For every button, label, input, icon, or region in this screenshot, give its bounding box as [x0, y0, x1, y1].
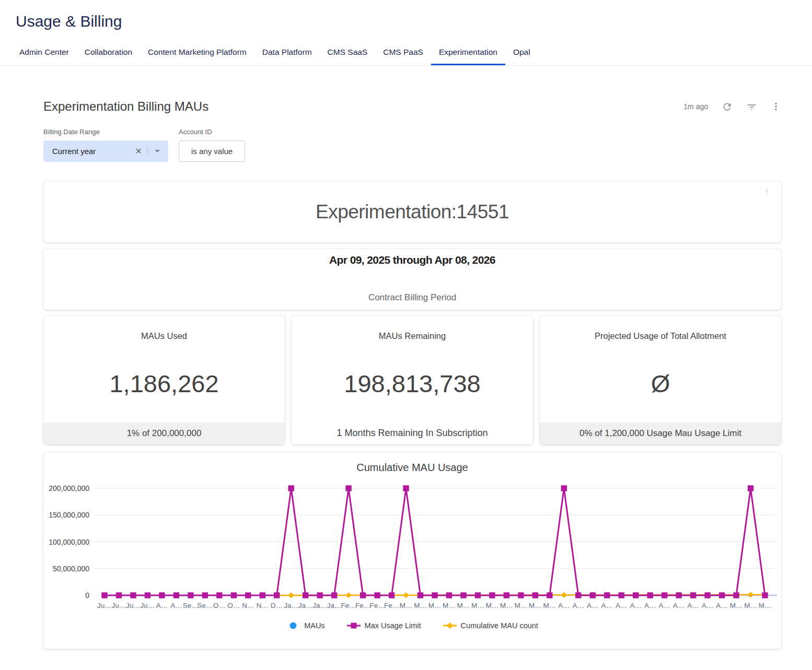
- legend-item-max-usage-limit[interactable]: Max Usage Limit: [347, 621, 421, 630]
- chip-divider: [147, 146, 148, 157]
- chevron-down-icon[interactable]: [155, 150, 160, 152]
- x-axis-tick: A…: [573, 602, 585, 609]
- x-axis-tick: M…: [529, 602, 542, 609]
- tile-menu-button[interactable]: [763, 187, 771, 196]
- kebab-icon: [763, 190, 771, 197]
- x-axis-tick: M…: [443, 602, 456, 609]
- x-axis-tick: M…: [457, 602, 470, 609]
- tab-cms-paas[interactable]: CMS PaaS: [375, 48, 431, 65]
- x-axis-tick: A…: [644, 602, 656, 609]
- tab-admin-center[interactable]: Admin Center: [11, 48, 77, 65]
- x-axis-tick: Fe…: [369, 602, 385, 609]
- tab-data-platform[interactable]: Data Platform: [254, 48, 320, 65]
- x-axis-tick: M…: [500, 602, 513, 609]
- stat-tiles-row: MAUs Used 1,186,262 1% of 200,000,000 MA…: [43, 316, 781, 444]
- filter-bar: Billing Date Range Current year ✕ Accoun…: [43, 128, 781, 162]
- x-axis-tick: A…: [630, 602, 642, 609]
- filter-icon: [746, 106, 757, 114]
- y-axis-tick: 200,000,000: [49, 484, 89, 492]
- x-axis-tick: A…: [156, 602, 168, 609]
- refresh-icon: [722, 106, 733, 114]
- cumulative-mau-chart: 050,000,000100,000,000150,000,000200,000…: [43, 453, 781, 615]
- account-id-value: is any value: [191, 147, 233, 156]
- account-tile-title: Experimentation:14551: [316, 201, 509, 223]
- tab-experimentation[interactable]: Experimentation: [431, 48, 505, 65]
- x-axis-tick: Se…: [183, 602, 199, 609]
- circle-marker-icon: [286, 621, 300, 630]
- tab-collaboration[interactable]: Collaboration: [77, 48, 140, 65]
- last-refresh-label: 1m ago: [683, 102, 708, 111]
- maus-used-title: MAUs Used: [43, 331, 285, 341]
- cumulative-mau-chart-tile: Cumulative MAU Usage 050,000,000100,000,…: [43, 453, 781, 649]
- billing-date-range-chip[interactable]: Current year ✕: [43, 140, 168, 162]
- x-axis-tick: M…: [759, 602, 772, 609]
- billing-period-tile: Apr 09, 2025 through Apr 08, 2026 Contra…: [43, 249, 781, 310]
- x-axis-tick: Ja…: [312, 602, 327, 609]
- account-id-value-field[interactable]: is any value: [179, 140, 245, 162]
- account-id-label: Account ID: [179, 128, 245, 136]
- x-axis-tick: M…: [428, 602, 442, 609]
- x-axis-tick: Fe…: [384, 602, 399, 609]
- tab-cms-saas[interactable]: CMS SaaS: [320, 48, 376, 65]
- x-axis-tick: Ja…: [298, 602, 313, 609]
- legend-label: MAUs: [304, 621, 324, 630]
- x-axis-tick: O…: [227, 602, 240, 609]
- tab-bar: Admin CenterCollaborationContent Marketi…: [0, 48, 812, 66]
- x-axis-tick: D…: [271, 602, 283, 609]
- x-axis-tick: A…: [716, 602, 728, 609]
- x-axis-tick: Ju…: [112, 602, 126, 609]
- billing-period-range: Apr 09, 2025 through Apr 08, 2026: [43, 254, 781, 266]
- x-axis-tick: Se…: [197, 602, 213, 609]
- kebab-icon: [771, 105, 781, 113]
- maus-remaining-title: MAUs Remaining: [292, 331, 533, 341]
- x-axis-tick: A…: [616, 602, 628, 609]
- x-axis-tick: M…: [744, 602, 757, 609]
- x-axis-tick: A…: [601, 602, 613, 609]
- projected-usage-value: Ø: [540, 369, 781, 398]
- dashboard-header: Experimentation Billing MAUs 1m ago: [43, 99, 781, 114]
- x-axis-tick: A…: [587, 602, 599, 609]
- refresh-button[interactable]: [722, 101, 733, 112]
- square-marker-icon: [347, 621, 361, 630]
- dashboard-menu-button[interactable]: [771, 101, 781, 112]
- x-axis-tick: A…: [673, 602, 685, 609]
- billing-date-range-filter: Billing Date Range Current year ✕: [43, 128, 168, 162]
- tab-opal[interactable]: Opal: [505, 48, 538, 65]
- legend-label: Max Usage Limit: [365, 621, 421, 630]
- x-axis-tick: N…: [242, 602, 254, 609]
- x-axis-tick: A…: [658, 602, 670, 609]
- legend-item-cumulative-mau-count[interactable]: Cumulative MAU count: [443, 621, 538, 630]
- x-axis-tick: A…: [558, 602, 570, 609]
- clear-filter-icon[interactable]: ✕: [130, 147, 147, 156]
- legend-label: Cumulative MAU count: [461, 621, 538, 630]
- chart-legend: MAUsMax Usage LimitCumulative MAU count: [43, 621, 781, 630]
- legend-item-maus[interactable]: MAUs: [286, 621, 324, 630]
- x-axis-tick: M…: [414, 602, 427, 609]
- x-axis-tick: Ju…: [97, 602, 112, 609]
- x-axis-tick: M…: [514, 602, 527, 609]
- y-axis-tick: 150,000,000: [49, 511, 89, 519]
- maus-used-footer: 1% of 200,000,000: [43, 422, 285, 444]
- x-axis-tick: M…: [543, 602, 556, 609]
- x-axis-tick: A…: [702, 602, 714, 609]
- y-axis-tick: 100,000,000: [49, 538, 89, 546]
- diamond-marker-icon: [443, 621, 457, 630]
- filter-toggle-button[interactable]: [746, 101, 757, 112]
- maus-used-value: 1,186,262: [43, 369, 285, 398]
- y-axis-tick: 0: [85, 591, 89, 600]
- x-axis-tick: Ju…: [126, 602, 141, 609]
- x-axis-tick: A…: [170, 602, 182, 609]
- x-axis-tick: M…: [730, 602, 743, 609]
- dashboard-title: Experimentation Billing MAUs: [43, 99, 208, 114]
- tab-content-marketing-platform[interactable]: Content Marketing Platform: [140, 48, 254, 65]
- x-axis-tick: Ja…: [327, 602, 342, 609]
- dashboard-content: Experimentation Billing MAUs 1m ago Bill…: [0, 99, 812, 649]
- x-axis-tick: Ju…: [141, 602, 155, 609]
- y-axis-tick: 50,000,000: [53, 565, 89, 573]
- maus-remaining-footer: 1 Months Remaining In Subscription: [292, 428, 533, 439]
- billing-date-range-value: Current year: [52, 147, 130, 156]
- x-axis-tick: A…: [687, 602, 699, 609]
- maus-remaining-tile: MAUs Remaining 198,813,738 1 Months Rema…: [292, 316, 533, 444]
- x-axis-tick: N…: [257, 602, 269, 609]
- maus-used-tile: MAUs Used 1,186,262 1% of 200,000,000: [43, 316, 285, 444]
